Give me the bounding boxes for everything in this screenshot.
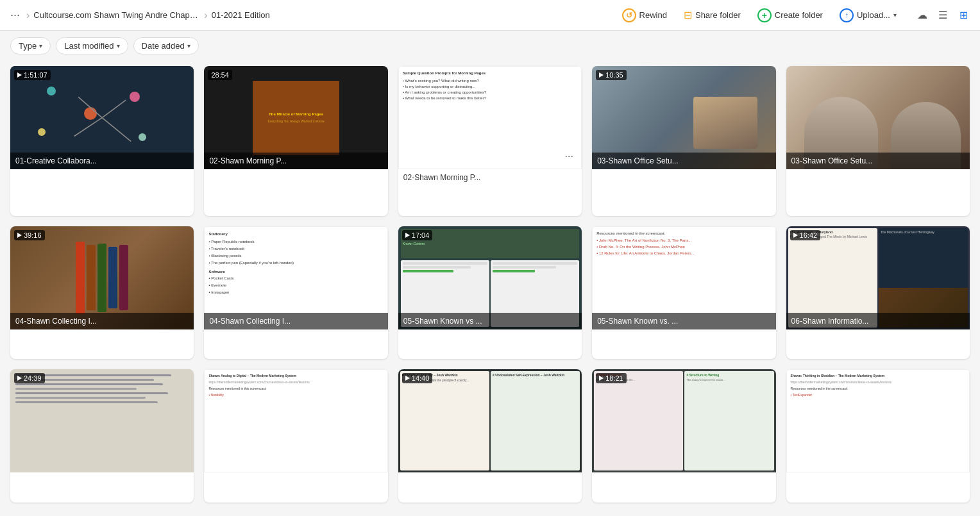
file-grid: 1:51:07 01-Creative Collabora... The Mir… xyxy=(0,61,980,513)
card-02-thumb: The Miracle of Morning Pages Everything … xyxy=(204,66,387,169)
card-01-creative[interactable]: 1:51:07 01-Creative Collabora... xyxy=(10,66,194,216)
known-doc-text: Resources mentioned in the screencast: •… xyxy=(596,231,771,256)
book-visual: The Miracle of Morning Pages Everything … xyxy=(253,81,339,155)
doc-visual: Sample Question Prompts for Morning Page… xyxy=(399,67,581,169)
create-icon: + xyxy=(757,8,772,22)
card-01-label: 01-Creative Collabora... xyxy=(10,153,194,169)
card-scarcity-video[interactable]: Principle of Scarcity – Josh Waitzkin In… xyxy=(398,369,582,503)
card-writing-shapes-video[interactable]: # Writing Shapes Writing in a new way sh… xyxy=(592,369,775,503)
card-13-thumb-inner: Principle of Scarcity – Josh Waitzkin In… xyxy=(398,369,582,472)
grid-icon: ⊞ xyxy=(959,9,968,21)
top-bar: ··· › Cultcourse.com Shawn Twing Andre C… xyxy=(0,0,980,31)
upload-icon: ↑ xyxy=(840,8,854,22)
card-07-label: 04-Shawn Collecting I... xyxy=(204,313,387,329)
card-05-thumb: 03-Shawn Office Setu... xyxy=(786,66,970,169)
analog-doc-text: Shawn: Analog to Digital – The Modern Ma… xyxy=(208,374,383,397)
duration-01: 1:51:07 xyxy=(14,70,51,80)
card-06-information-video[interactable]: The Machiavels of Maryland Friendship Th… xyxy=(786,226,970,360)
card-09-label: 05-Shawn Known vs. ... xyxy=(592,313,775,329)
scarcity-panel-left: Principle of Scarcity – Josh Waitzkin In… xyxy=(400,371,489,470)
card-12-thumb: Shawn: Analog to Digital – The Modern Ma… xyxy=(204,369,387,472)
type-filter-label: Type xyxy=(19,41,37,51)
grid-view-button[interactable]: ⊞ xyxy=(954,6,972,24)
cloud-view-button[interactable]: ☁ xyxy=(913,6,931,24)
card-02-morning-doc[interactable]: Sample Question Prompts for Morning Page… xyxy=(398,66,582,216)
card-05-known-video[interactable]: Known Content xyxy=(398,226,582,360)
card-07-thumb: Stationery • Paper Republic notebook • T… xyxy=(204,226,387,329)
card-12-thumb-inner: Shawn: Analog to Digital – The Modern Ma… xyxy=(204,369,387,472)
duration-02: 28:54 xyxy=(208,70,232,80)
cloud-icon: ☁ xyxy=(917,9,927,21)
card-04-thumb: 10:35 03-Shawn Office Setu... xyxy=(592,66,775,169)
book-title-sim: The Miracle of Morning Pages xyxy=(269,112,323,117)
duration-14: 18:21 xyxy=(596,373,627,383)
card-04-collecting-video[interactable]: 39:16 04-Shawn Collecting I... xyxy=(10,226,194,360)
create-folder-button[interactable]: + Create folder xyxy=(752,6,828,25)
sep-1: › xyxy=(26,10,30,21)
card-08-thumb: Known Content xyxy=(398,226,582,329)
card-11-thumb-inner xyxy=(10,369,194,472)
ws-panel-1: # Writing Shapes Writing in a new way sh… xyxy=(594,371,683,470)
share-icon: ⊟ xyxy=(684,9,692,21)
share-folder-button[interactable]: ⊟ Share folder xyxy=(679,6,746,24)
rewind-label: Rewind xyxy=(639,10,667,20)
card-09-thumb: Resources mentioned in the screencast: •… xyxy=(592,226,775,329)
duration-11: 24:39 xyxy=(14,373,45,383)
obsidian-doc-visual: Shawn: Thinking in Obsidian – The Modern… xyxy=(787,370,969,472)
list-view-button[interactable]: ☰ xyxy=(934,6,952,24)
upload-dropdown-arrow[interactable]: ▾ xyxy=(893,12,897,19)
duration-10: 16:42 xyxy=(790,230,821,240)
play-icon-14 xyxy=(599,376,604,381)
breadcrumb-1[interactable]: Cultcourse.com Shawn Twing Andre Chapero… xyxy=(33,10,200,20)
card-obsidian-doc[interactable]: Shawn: Thinking in Obsidian – The Modern… xyxy=(786,369,970,503)
book-subtitle: Everything You Always Wanted to Know xyxy=(267,119,324,123)
card-03-thumb-inner: Sample Question Prompts for Morning Page… xyxy=(398,66,582,169)
writing-shapes-visual: # Writing Shapes Writing in a new way sh… xyxy=(592,369,775,472)
sep-2: › xyxy=(204,10,207,21)
card-05-known-doc[interactable]: Resources mentioned in the screencast: •… xyxy=(592,226,775,360)
card-14-thumb-inner: # Writing Shapes Writing in a new way sh… xyxy=(592,369,775,472)
card-15-thumb-inner: Shawn: Thinking in Obsidian – The Modern… xyxy=(786,369,970,472)
card-13-thumb: Principle of Scarcity – Josh Waitzkin In… xyxy=(398,369,582,472)
lastmod-filter-label: Last modified xyxy=(64,41,114,51)
duration-13: 14:40 xyxy=(402,373,433,383)
card-03-thumb: Sample Question Prompts for Morning Page… xyxy=(398,66,582,169)
card-11-thumb: 24:39 xyxy=(10,369,194,472)
rewind-button[interactable]: ↺ Rewind xyxy=(617,6,672,25)
card-04-label: 03-Shawn Office Setu... xyxy=(592,153,775,169)
scarcity-visual: Principle of Scarcity – Josh Waitzkin In… xyxy=(398,369,582,472)
share-label: Share folder xyxy=(695,10,741,20)
play-icon-13 xyxy=(405,376,410,381)
play-icon-04 xyxy=(599,72,604,78)
card-03-office-video[interactable]: 10:35 03-Shawn Office Setu... xyxy=(592,66,775,216)
menu-dots[interactable]: ··· xyxy=(8,6,22,24)
rewind-icon: ↺ xyxy=(622,8,636,22)
duration-04: 10:35 xyxy=(596,70,627,80)
card-15-thumb: Shawn: Thinking in Obsidian – The Modern… xyxy=(786,369,970,472)
type-filter[interactable]: Type ▾ xyxy=(10,37,51,54)
play-icon-10 xyxy=(793,233,798,238)
dateadded-filter[interactable]: Date added ▾ xyxy=(133,37,199,54)
card-03-office-person[interactable]: 03-Shawn Office Setu... xyxy=(786,66,970,216)
analog-doc-visual: Shawn: Analog to Digital – The Modern Ma… xyxy=(205,370,387,472)
filter-bar: Type ▾ Last modified ▾ Date added ▾ xyxy=(0,31,980,61)
upload-button[interactable]: ↑ Upload... ▾ xyxy=(834,6,902,25)
list-icon: ☰ xyxy=(938,9,947,21)
card-07-handwriting-video[interactable]: 24:39 xyxy=(10,369,194,503)
lastmod-filter[interactable]: Last modified ▾ xyxy=(56,37,128,54)
breadcrumb-2[interactable]: 01-2021 Edition xyxy=(212,10,270,20)
create-label: Create folder xyxy=(775,10,823,20)
play-icon-11 xyxy=(17,376,22,381)
card-04-collecting-doc[interactable]: Stationery • Paper Republic notebook • T… xyxy=(204,226,387,360)
card-06-label: 04-Shawn Collecting I... xyxy=(10,313,194,329)
play-icon-01 xyxy=(17,72,22,78)
svg-line-1 xyxy=(74,118,102,137)
ws-panel-2: # Structure to Writing This essay to exp… xyxy=(684,371,773,470)
obsidian-doc-text: Shawn: Thinking in Obsidian – The Modern… xyxy=(791,374,965,397)
card-analog-digital-doc[interactable]: Shawn: Analog to Digital – The Modern Ma… xyxy=(204,369,387,503)
card-06-thumb: 39:16 04-Shawn Collecting I... xyxy=(10,226,194,329)
top-bar-actions: ↺ Rewind ⊟ Share folder + Create folder … xyxy=(617,6,972,25)
card-02-morning-video[interactable]: The Miracle of Morning Pages Everything … xyxy=(204,66,387,216)
dateadded-filter-label: Date added xyxy=(142,41,185,51)
handwriting-visual xyxy=(10,369,194,472)
